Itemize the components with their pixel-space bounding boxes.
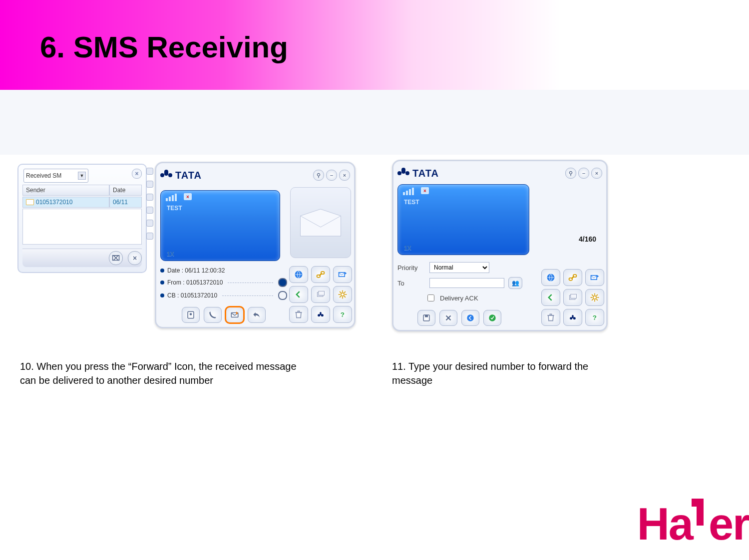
signal-icon <box>166 194 177 201</box>
svg-point-1 <box>190 313 192 315</box>
tata-compose-window: TATA ⚲ – × TEST 1X Priority <box>392 160 608 331</box>
compose-action-row <box>417 310 529 326</box>
mail-out-icon[interactable] <box>585 269 604 286</box>
compose-fields: Priority Normal To 👥 Delivery ACK <box>397 260 529 305</box>
svg-line-40 <box>592 294 593 296</box>
browser-icon[interactable] <box>541 269 560 286</box>
svg-rect-5 <box>317 275 321 278</box>
message-info: Date : 06/11 12:00:32 From : 01051372010… <box>160 265 287 302</box>
back-icon[interactable] <box>541 289 560 306</box>
compose-text: TEST <box>404 199 419 206</box>
back-icon[interactable] <box>289 286 308 303</box>
svg-rect-21 <box>320 312 321 315</box>
svg-rect-24 <box>425 315 428 317</box>
svg-rect-31 <box>573 275 577 277</box>
svg-line-17 <box>340 296 341 297</box>
close-list-icon[interactable]: × <box>128 251 142 265</box>
no-service-icon <box>184 193 192 200</box>
list-blank <box>22 209 142 245</box>
received-list-window: Received SM ▼ × Sender Date 01051372010 … <box>17 164 147 273</box>
message-display: TEST 1X <box>160 190 280 261</box>
svg-text:?: ? <box>341 311 345 318</box>
slide-body <box>0 90 749 560</box>
list-headers: Sender Date <box>22 185 142 196</box>
row-sender: 01051372010 <box>36 199 72 206</box>
send-icon[interactable] <box>483 310 501 326</box>
trash-icon[interactable] <box>289 306 308 323</box>
delivery-ack-label: Delivery ACK <box>440 294 478 302</box>
list-item[interactable]: 01051372010 06/11 <box>22 197 142 208</box>
no-service-icon <box>421 187 429 194</box>
svg-line-15 <box>340 291 341 293</box>
gear-icon[interactable] <box>333 286 352 303</box>
brand-text: TATA <box>412 168 439 179</box>
brand-text: TATA <box>175 170 202 181</box>
side-icon-grid: ? <box>289 266 349 323</box>
cb-radio[interactable] <box>278 291 287 300</box>
caption-11: 11. Type your desired number to forward … <box>392 359 602 387</box>
mail-out-icon[interactable] <box>333 266 352 283</box>
close-icon[interactable]: × <box>132 169 142 179</box>
info-cb: CB : 01051372010 <box>167 292 217 299</box>
cancel-icon[interactable] <box>439 310 457 326</box>
to-input[interactable] <box>429 278 504 288</box>
header-sender: Sender <box>22 185 109 196</box>
svg-rect-32 <box>591 276 597 280</box>
envelope-icon <box>26 199 34 205</box>
close-window-icon[interactable]: × <box>591 168 602 179</box>
svg-rect-9 <box>319 291 325 295</box>
tata-icon[interactable] <box>311 306 330 323</box>
tata-icon[interactable] <box>563 309 582 326</box>
svg-line-42 <box>592 299 593 300</box>
reply-icon[interactable] <box>248 307 266 323</box>
list-toolbar: ⌧ × <box>22 249 142 267</box>
tata-logo: TATA <box>397 168 439 179</box>
browser-icon[interactable] <box>289 266 308 283</box>
from-radio[interactable] <box>278 278 287 287</box>
priority-select[interactable]: Normal <box>429 262 489 273</box>
pin-icon[interactable]: ⚲ <box>565 168 576 179</box>
signal-icon <box>403 188 414 195</box>
message-text: TEST <box>167 205 182 212</box>
trash-icon[interactable] <box>541 309 560 326</box>
cards-icon[interactable] <box>311 286 330 303</box>
svg-rect-30 <box>569 278 573 280</box>
svg-point-27 <box>467 314 474 321</box>
chain-icon[interactable] <box>563 269 582 286</box>
priority-label: Priority <box>397 264 425 272</box>
envelope-graphic <box>290 187 351 258</box>
phone-icon[interactable] <box>204 307 222 323</box>
folder-dropdown-label: Received SM <box>26 172 61 179</box>
compose-display[interactable]: TEST 1X <box>397 184 529 255</box>
char-counter: 4/160 <box>579 235 596 243</box>
svg-marker-3 <box>301 209 341 236</box>
cards-icon[interactable] <box>563 289 582 306</box>
info-date: Date : 06/11 12:00:32 <box>167 267 225 274</box>
help-icon[interactable]: ? <box>333 306 352 323</box>
save-icon[interactable] <box>417 310 435 326</box>
minimize-icon[interactable]: – <box>578 168 589 179</box>
delivery-ack-checkbox[interactable] <box>427 294 434 301</box>
chain-icon[interactable] <box>311 266 330 283</box>
help-icon[interactable]: ? <box>585 309 604 326</box>
svg-point-10 <box>341 293 345 296</box>
prev-icon[interactable] <box>461 310 479 326</box>
close-window-icon[interactable]: × <box>339 170 350 181</box>
tata-view-window: TATA ⚲ – × TEST 1X Date : 06/11 12:00:32… <box>155 162 356 328</box>
caption-10: 10. When you press the “Forward” Icon, t… <box>20 359 315 387</box>
svg-line-43 <box>596 294 598 296</box>
gear-icon[interactable] <box>585 289 604 306</box>
forward-icon[interactable] <box>226 307 244 323</box>
page-title: 6. SMS Receiving <box>40 30 288 64</box>
pin-icon[interactable]: ⚲ <box>313 170 324 181</box>
haier-logo: Haer <box>637 499 749 550</box>
svg-text:?: ? <box>593 314 597 321</box>
svg-line-41 <box>596 299 598 300</box>
folder-dropdown[interactable]: Received SM ▼ <box>23 169 88 183</box>
contacts-icon[interactable] <box>182 307 200 323</box>
svg-line-16 <box>344 296 346 297</box>
delete-selected-icon[interactable]: ⌧ <box>109 251 123 265</box>
svg-line-18 <box>344 291 346 293</box>
addressbook-icon[interactable]: 👥 <box>508 277 522 289</box>
minimize-icon[interactable]: – <box>326 170 337 181</box>
